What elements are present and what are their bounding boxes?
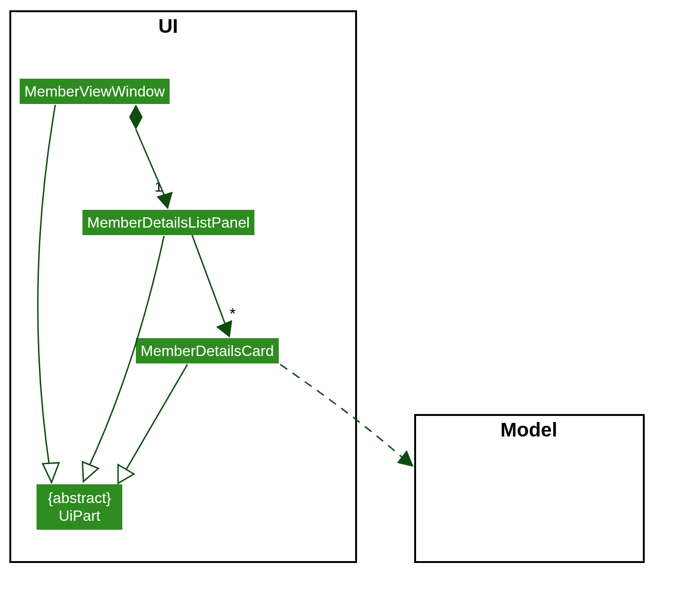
multiplicity-one: 1	[155, 179, 163, 195]
package-ui-title: UI	[158, 15, 178, 37]
class-member-details-card-label: MemberDetailsCard	[141, 342, 274, 359]
class-member-details-list-panel-label: MemberDetailsListPanel	[87, 214, 250, 231]
arrowhead-model-in	[397, 451, 413, 466]
package-model-title: Model	[500, 419, 557, 441]
class-ui-part-abstract-label: {abstract}	[48, 489, 111, 506]
class-member-view-window: MemberViewWindow	[20, 79, 170, 104]
class-ui-part: {abstract} UiPart	[37, 484, 122, 530]
diagram-container: UI Model MemberViewWindow MemberDetailsL…	[0, 0, 700, 607]
class-member-view-window-label: MemberViewWindow	[24, 83, 165, 100]
multiplicity-many: *	[230, 304, 236, 323]
class-member-details-card: MemberDetailsCard	[136, 338, 279, 363]
class-member-details-list-panel: MemberDetailsListPanel	[82, 210, 254, 235]
class-ui-part-name-label: UiPart	[59, 507, 100, 524]
